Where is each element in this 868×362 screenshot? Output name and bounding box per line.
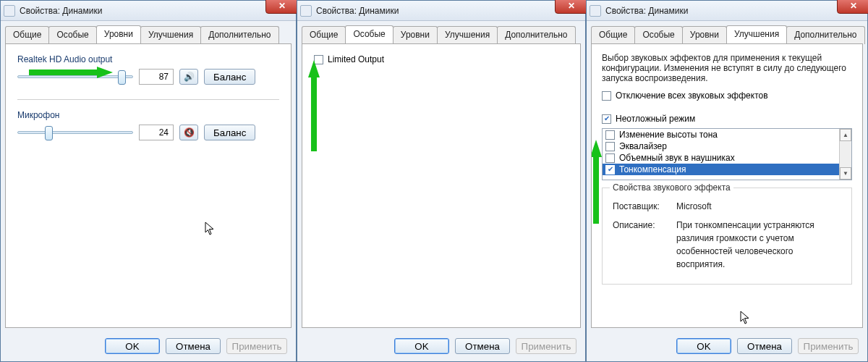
- device1-slider[interactable]: [17, 69, 133, 85]
- effect-item[interactable]: Эквалайзер: [603, 140, 851, 152]
- mute-toggle-muted[interactable]: 🔇: [179, 125, 198, 140]
- ok-button[interactable]: OK: [394, 338, 449, 354]
- tab-levels[interactable]: Уровни: [96, 25, 141, 43]
- arrow-icon: [591, 138, 603, 225]
- ok-button[interactable]: OK: [105, 338, 160, 354]
- tab-custom[interactable]: Особые: [634, 26, 682, 44]
- disable-all-label: Отключение всех звуковых эффектов: [616, 90, 768, 101]
- apply-button: Применить: [798, 338, 859, 354]
- close-icon: ✕: [568, 1, 575, 11]
- checkbox-icon[interactable]: [605, 130, 615, 140]
- tab-enhancements[interactable]: Улучшения: [726, 25, 787, 43]
- close-button[interactable]: ✕: [555, 0, 588, 14]
- tab-advanced[interactable]: Дополнительно: [497, 26, 575, 44]
- ok-button[interactable]: OK: [676, 338, 731, 354]
- arrow-icon: [307, 59, 320, 153]
- effect-label: Объемный звук в наушниках: [619, 153, 735, 163]
- checkbox-icon[interactable]: [605, 153, 615, 163]
- tab-levels[interactable]: Уровни: [393, 26, 438, 44]
- effect-label: Тонкомпенсация: [619, 164, 686, 174]
- window-enhancements: Свойства: Динамики ✕ Общие Особые Уровни…: [586, 0, 868, 362]
- checkbox-checked-icon: [602, 114, 611, 124]
- effects-list[interactable]: Изменение высоты тона Эквалайзер Объемны…: [602, 128, 852, 180]
- mute-toggle[interactable]: 🔊: [179, 69, 198, 85]
- window-levels: Свойства: Динамики ✕ Общие Особые Уровни…: [0, 0, 297, 362]
- tab-general[interactable]: Общие: [5, 26, 49, 44]
- apply-button: Применить: [226, 338, 287, 354]
- tab-enhancements[interactable]: Улучшения: [140, 26, 201, 44]
- cancel-button[interactable]: Отмена: [737, 338, 792, 354]
- divider: [17, 99, 279, 100]
- device1-label: Realtek HD Audio output: [17, 54, 279, 64]
- apply-button: Применить: [516, 338, 576, 354]
- tabstrip: Общие Особые Уровни Улучшения Дополнител…: [1, 21, 296, 43]
- desc-value: При тонкомпенсации устраняются различия …: [676, 219, 841, 271]
- window-title: Свойства: Динамики: [316, 6, 399, 16]
- close-button[interactable]: ✕: [837, 0, 868, 14]
- tab-general[interactable]: Общие: [302, 26, 346, 44]
- device2-value[interactable]: [139, 125, 174, 140]
- effect-properties: Свойства звукового эффекта Поставщик: Mi…: [602, 188, 852, 285]
- tab-body-enhancements: Выбор звуковых эффектов для применения к…: [591, 43, 863, 328]
- device1-value[interactable]: [139, 69, 174, 85]
- speaker-icon: [4, 5, 15, 17]
- close-button[interactable]: ✕: [265, 0, 299, 14]
- tab-body-custom: Limited Output: [302, 43, 581, 328]
- cursor-icon: [740, 311, 750, 325]
- effect-item[interactable]: Объемный звук в наушниках: [603, 152, 851, 164]
- speaker-icon: [590, 5, 601, 17]
- slider-thumb[interactable]: [45, 126, 53, 140]
- slider-thumb[interactable]: [118, 70, 126, 85]
- window-title: Свойства: Динамики: [605, 6, 688, 16]
- effect-item-selected[interactable]: Тонкомпенсация: [603, 164, 851, 175]
- tab-general[interactable]: Общие: [591, 26, 635, 44]
- checkbox-icon: [602, 91, 611, 101]
- window-title: Свойства: Динамики: [20, 6, 102, 16]
- window-custom: Свойства: Динамики ✕ Общие Особые Уровни…: [297, 0, 586, 362]
- tab-custom[interactable]: Особые: [48, 26, 96, 44]
- scroll-down-icon[interactable]: ▼: [840, 167, 851, 180]
- effect-item[interactable]: Изменение высоты тона: [603, 129, 851, 140]
- effect-label: Изменение высоты тона: [619, 130, 718, 140]
- balance-button[interactable]: Баланс: [204, 69, 255, 85]
- close-icon: ✕: [278, 1, 286, 11]
- enhancements-description: Выбор звуковых эффектов для применения к…: [602, 53, 852, 83]
- tabstrip: Общие Особые Уровни Улучшения Дополнител…: [297, 21, 585, 43]
- titlebar[interactable]: Свойства: Динамики ✕: [297, 1, 585, 21]
- scrollbar[interactable]: ▲ ▼: [839, 129, 851, 180]
- limited-output-label: Limited Output: [328, 54, 384, 64]
- titlebar[interactable]: Свойства: Динамики ✕: [587, 1, 867, 21]
- speaker-muted-icon: 🔇: [184, 127, 195, 138]
- cancel-button[interactable]: Отмена: [455, 338, 510, 354]
- arrow-icon: [123, 43, 166, 46]
- dialog-footer: OK Отмена Применить: [587, 332, 867, 361]
- dialog-footer: OK Отмена Применить: [297, 332, 585, 361]
- urgent-mode-checkbox[interactable]: Неотложный режим: [602, 114, 695, 124]
- tab-custom[interactable]: Особые: [345, 25, 393, 43]
- cancel-button[interactable]: Отмена: [166, 338, 221, 354]
- tab-enhancements[interactable]: Улучшения: [437, 26, 498, 44]
- effect-label: Эквалайзер: [619, 141, 667, 151]
- dialog-footer: OK Отмена Применить: [1, 332, 296, 361]
- device2-slider[interactable]: [17, 125, 133, 140]
- disable-all-checkbox[interactable]: Отключение всех звуковых эффектов: [602, 90, 768, 101]
- tab-levels[interactable]: Уровни: [682, 26, 727, 44]
- device2-label: Микрофон: [17, 110, 279, 120]
- vendor-key: Поставщик:: [613, 200, 665, 213]
- tab-advanced[interactable]: Дополнительно: [200, 26, 278, 44]
- balance-button[interactable]: Баланс: [204, 125, 255, 140]
- tab-body-levels: Realtek HD Audio output 🔊 Баланс Микрофо…: [5, 43, 292, 328]
- effect-properties-legend: Свойства звукового эффекта: [610, 182, 733, 193]
- limited-output-checkbox[interactable]: Limited Output: [314, 54, 569, 64]
- checkbox-icon[interactable]: [605, 142, 615, 151]
- cursor-icon: [205, 222, 215, 236]
- urgent-mode-label: Неотложный режим: [616, 114, 695, 124]
- scroll-up-icon[interactable]: ▲: [840, 129, 851, 141]
- checkbox-icon: [314, 55, 323, 64]
- close-icon: ✕: [850, 1, 857, 11]
- tab-advanced[interactable]: Дополнительно: [786, 26, 864, 44]
- checkbox-checked-icon[interactable]: [605, 165, 615, 174]
- tabstrip: Общие Особые Уровни Улучшения Дополнител…: [587, 21, 867, 43]
- titlebar[interactable]: Свойства: Динамики ✕: [1, 1, 296, 21]
- arrow-icon: [359, 43, 402, 46]
